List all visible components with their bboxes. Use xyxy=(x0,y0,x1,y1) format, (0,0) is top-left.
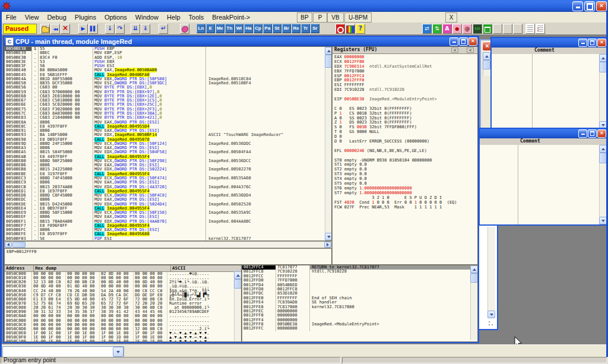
step-over-button[interactable]: ↷ xyxy=(115,24,125,34)
stack-row[interactable]: 0012FFFC00000000 xyxy=(242,327,477,331)
cpu-maximize-button[interactable] xyxy=(459,37,468,46)
restore-button[interactable] xyxy=(584,1,595,11)
go-back-button[interactable]: ◀◀ xyxy=(50,24,60,34)
plugin-button-u-bpm[interactable]: U-BPM xyxy=(344,12,372,23)
panel-marks-button[interactable] xyxy=(536,24,545,34)
scale-button[interactable]: ⇅ xyxy=(432,24,442,34)
resize-grip[interactable] xyxy=(487,320,495,328)
trace-into-button[interactable]: ⇊ xyxy=(131,24,140,34)
bits-button[interactable]: 010 xyxy=(473,24,482,34)
pause-button[interactable]: ▌▌ xyxy=(88,24,98,34)
menu-item-options[interactable]: Options xyxy=(100,12,131,22)
disasm-row[interactable]: 0050BEFE.E8 8597F8FFCALL ImageRed.004956… xyxy=(5,232,325,236)
registers-next-button[interactable]: < xyxy=(467,48,474,53)
panel-button-wi[interactable]: Wi xyxy=(235,24,243,33)
disassembly-vscrollbar[interactable] xyxy=(325,47,332,240)
stack-pane[interactable]: 0012FFC47C817077RETURN to kernel32.7C817… xyxy=(242,265,478,342)
go-to-address-button[interactable] xyxy=(180,24,189,34)
help-button[interactable]: ? xyxy=(356,24,365,34)
names-top-scrollbar[interactable] xyxy=(599,54,606,129)
run-button[interactable]: ▶ xyxy=(78,24,88,34)
menu-item-tools[interactable]: Tools xyxy=(185,12,208,22)
window-grid-button[interactable] xyxy=(483,24,492,34)
menu-item-debug[interactable]: Debug xyxy=(43,12,70,22)
panel-button-ln[interactable]: Ln xyxy=(197,24,205,33)
plugin-button-bp[interactable]: BP xyxy=(297,12,312,23)
narrow-window-scrollbar[interactable] xyxy=(487,227,495,318)
step-into-button[interactable]: ↓ xyxy=(105,24,115,34)
names-top-close-button[interactable]: × xyxy=(597,39,606,47)
menu-item-window[interactable]: Window xyxy=(131,12,163,22)
registers-prev-button[interactable]: < xyxy=(451,48,458,53)
assemble-a-button[interactable]: A xyxy=(442,24,452,34)
panel-button-th[interactable]: Th xyxy=(225,24,234,33)
disasm-row[interactable]: 0050BE3E.53PUSH EBX xyxy=(5,60,325,64)
cpu-minimize-button[interactable] xyxy=(449,37,458,46)
disasm-row[interactable]: 0050BEC3.8B0D 74F45000MOV ECX,DWORD PTR … xyxy=(5,176,325,181)
plugin-button-p[interactable]: P xyxy=(313,12,327,23)
breakpoint-dot-button[interactable]: ● xyxy=(452,24,462,34)
names-middle-minimize-button[interactable] xyxy=(578,129,587,138)
panel-button-ha[interactable]: Ha xyxy=(244,24,253,33)
disasm-row[interactable]: 0050BED6.8B0D C8F45000MOV ECX,DWORD PTR … xyxy=(5,194,325,198)
cpu-close-button[interactable]: × xyxy=(468,37,477,46)
disasm-row[interactable]: 0050BE9D.8B0D 24F15000MOV ECX,DWORD PTR … xyxy=(5,142,325,146)
menu-item-help[interactable]: Help xyxy=(163,12,185,22)
names-middle-close-button[interactable]: × xyxy=(597,129,606,138)
blank-button-2[interactable] xyxy=(503,24,512,34)
registers-pane[interactable]: Registers (FPU) < < EAX 00000000ECX 0012… xyxy=(332,46,478,265)
blank-button-3[interactable] xyxy=(513,24,522,34)
names-middle-body[interactable] xyxy=(480,145,606,224)
panel-button-me[interactable]: Me xyxy=(216,24,224,33)
disassembly-hscrollbar[interactable] xyxy=(4,241,332,248)
names-top-maximize-button[interactable] xyxy=(588,39,597,47)
panel-button-st[interactable]: St xyxy=(273,24,281,33)
menu-item-plugins[interactable]: Plugins xyxy=(71,12,100,22)
open-file-button[interactable] xyxy=(40,24,50,34)
command-input[interactable] xyxy=(3,347,113,357)
menu-item-breakpoint[interactable]: BreakPoint-> xyxy=(208,12,254,22)
disasm-row[interactable]: 0050BEE9.8B0D 58F15000MOV ECX,DWORD PTR … xyxy=(5,211,325,215)
menu-item-view[interactable]: View xyxy=(21,12,43,22)
info-pane[interactable]: EBP=0012FFF0 xyxy=(4,248,332,265)
panel-list-button[interactable] xyxy=(525,24,535,34)
disasm-row[interactable]: 0050BE83.C683 21040000 00MOV BYTE PTR DS… xyxy=(5,116,325,120)
names-window-top-titlebar[interactable]: × xyxy=(492,38,606,48)
swap-arrows-button[interactable]: ⇄ xyxy=(422,24,432,34)
menu-item-file[interactable]: File xyxy=(2,12,21,22)
panel-button-br[interactable]: Br xyxy=(282,24,291,33)
panel-button-cp[interactable]: Cp xyxy=(254,24,262,33)
appearance-button[interactable] xyxy=(346,24,355,34)
trace-over-button[interactable]: ⇓ xyxy=(141,24,150,34)
dump-row[interactable]: 0050C1001F 00 1E 001F 00 1F 001E 00 1F 0… xyxy=(5,340,241,342)
panel-button-re[interactable]: Re xyxy=(292,24,300,33)
main-titlebar[interactable]: × xyxy=(0,0,608,12)
stack-vscrollbar[interactable] xyxy=(470,265,478,340)
panel-button-sr[interactable]: Sr xyxy=(311,24,319,33)
hidden-window-scrollbar[interactable] xyxy=(483,52,490,76)
combo-dropdown-button[interactable] xyxy=(113,347,124,357)
cpu-window-titlebar[interactable]: C CPU - main thread, module ImageRed × xyxy=(4,37,478,46)
disasm-row[interactable]: 0050BEB0.8B0D 98F25000MOV ECX,DWORD PTR … xyxy=(5,159,325,163)
names-window-middle-titlebar[interactable]: × xyxy=(480,129,606,138)
names-top-body[interactable] xyxy=(492,54,606,129)
close-button[interactable]: × xyxy=(596,1,607,11)
disasm-row[interactable]: 0050BEF7.E8 F896F8FFCALL ImageRed.004955… xyxy=(5,224,325,228)
names-middle-scrollbar[interactable] xyxy=(599,145,606,224)
options-gear-button[interactable] xyxy=(335,24,345,34)
plugin-button-vb[interactable]: VB xyxy=(327,12,344,23)
panel-button-tr[interactable]: Tr xyxy=(301,24,310,33)
close-program-button[interactable]: × xyxy=(61,24,70,34)
panel-button-e[interactable]: E xyxy=(206,24,215,33)
disasm-row[interactable]: 0050BE3B.83C4 F0ADD ESP,-10 xyxy=(5,56,325,60)
dump-vscrollbar[interactable] xyxy=(234,271,242,341)
disasm-row[interactable]: 0050BE8C.E8 4397F8FFCALL ImageRed.004955… xyxy=(5,125,325,129)
execute-till-return-button[interactable]: ↵ xyxy=(159,24,168,34)
names-middle-maximize-button[interactable] xyxy=(588,129,597,138)
disasm-row[interactable]: 0050BE38$55PUSH EBP xyxy=(5,47,325,51)
memory-dump-pane[interactable]: Address Hex dump ASCII 0050C00000 00 00 … xyxy=(4,265,242,342)
disasm-row[interactable]: 0050BF03.5EPOP ESIkernel32.7C817077 xyxy=(5,237,325,241)
panel-button-pa[interactable]: Pa xyxy=(263,24,272,33)
toolbar-close-button[interactable]: X xyxy=(445,12,457,23)
minimize-button[interactable] xyxy=(572,1,583,11)
